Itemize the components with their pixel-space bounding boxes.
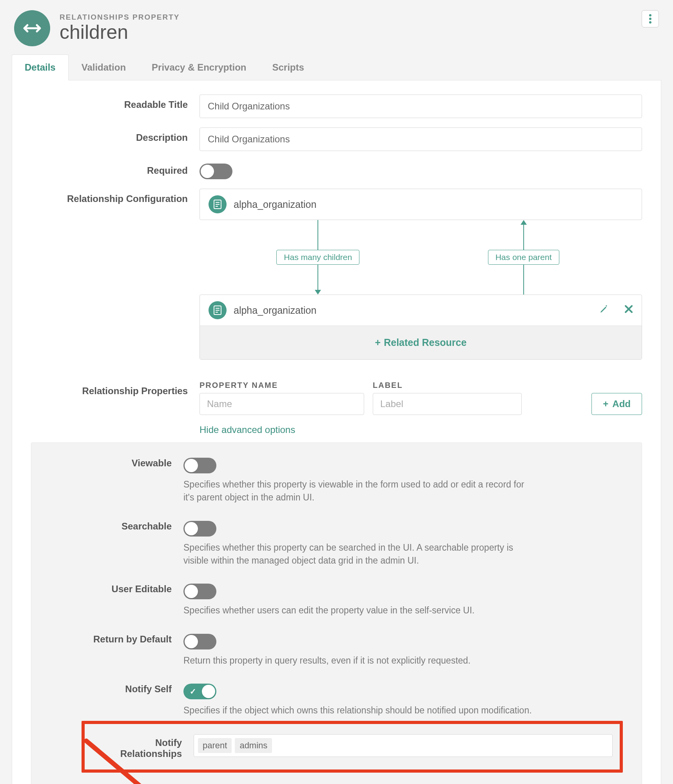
relationship-properties-label: Relationship Properties: [31, 381, 200, 397]
property-type-icon: [14, 10, 50, 46]
resource-icon: [209, 301, 227, 319]
notify-relationships-label: Notify Relationships: [92, 734, 194, 759]
notify-self-label: Notify Self: [50, 680, 183, 695]
tab-privacy-encryption[interactable]: Privacy & Encryption: [139, 55, 259, 80]
user-editable-toggle[interactable]: [183, 584, 216, 599]
property-label-input[interactable]: [373, 393, 522, 415]
readable-title-input[interactable]: [200, 95, 642, 118]
tag-parent[interactable]: parent: [198, 738, 232, 753]
tab-details[interactable]: Details: [12, 55, 69, 80]
has-many-label: Has many children: [276, 250, 359, 265]
searchable-help: Specifies whether this property can be s…: [183, 541, 536, 568]
svg-point-3: [649, 21, 651, 24]
close-icon: [624, 305, 633, 313]
svg-point-1: [649, 14, 651, 16]
return-by-default-label: Return by Default: [50, 631, 183, 645]
more-menu-button[interactable]: [642, 10, 659, 27]
viewable-toggle[interactable]: [183, 458, 216, 473]
tab-validation[interactable]: Validation: [69, 55, 139, 80]
target-resource-name: alpha_organization: [234, 305, 316, 316]
notify-self-help: Specifies if the object which owns this …: [183, 704, 536, 717]
property-name-input[interactable]: [200, 393, 364, 415]
return-by-default-toggle[interactable]: [183, 634, 216, 649]
page-title: children: [60, 21, 180, 44]
searchable-label: Searchable: [50, 518, 183, 532]
description-input[interactable]: [200, 127, 642, 151]
user-editable-help: Specifies whether users can edit the pro…: [183, 604, 536, 617]
add-property-label: Add: [612, 398, 631, 409]
property-name-header: PROPERTY NAME: [200, 381, 364, 390]
property-label-header: LABEL: [373, 381, 522, 390]
notify-relationships-input[interactable]: parent admins: [194, 734, 613, 757]
tabs: Details Validation Privacy & Encryption …: [12, 54, 661, 80]
target-resource-box: alpha_organization +Related Resource: [200, 295, 642, 360]
notify-relationships-highlight: Notify Relationships parent admins: [82, 721, 623, 773]
header-overline: RELATIONSHIPS PROPERTY: [60, 13, 180, 22]
source-resource-box: alpha_organization: [200, 189, 642, 220]
source-resource-name: alpha_organization: [234, 199, 316, 210]
plus-icon: +: [603, 398, 608, 409]
return-by-default-help: Return this property in query results, e…: [183, 654, 536, 667]
required-label: Required: [31, 160, 200, 176]
viewable-label: Viewable: [50, 455, 183, 469]
kebab-icon: [649, 14, 652, 24]
description-label: Description: [31, 127, 200, 143]
plus-icon: +: [375, 337, 381, 348]
pencil-icon: [599, 304, 609, 314]
user-editable-label: User Editable: [50, 580, 183, 595]
notify-self-toggle[interactable]: ✓: [183, 684, 216, 699]
tab-scripts[interactable]: Scripts: [259, 55, 317, 80]
searchable-toggle[interactable]: [183, 521, 216, 537]
add-property-button[interactable]: + Add: [591, 393, 642, 415]
resource-icon: [209, 195, 227, 213]
has-one-label: Has one parent: [488, 250, 559, 265]
add-related-resource-label: Related Resource: [384, 337, 466, 348]
readable-title-label: Readable Title: [31, 95, 200, 110]
viewable-help: Specifies whether this property is viewa…: [183, 478, 536, 504]
edit-resource-button[interactable]: [599, 304, 609, 316]
required-toggle[interactable]: [200, 164, 232, 179]
relationship-configuration-label: Relationship Configuration: [31, 189, 200, 204]
remove-resource-button[interactable]: [624, 305, 633, 316]
add-related-resource-button[interactable]: +Related Resource: [200, 326, 642, 359]
hide-advanced-options-link[interactable]: Hide advanced options: [200, 424, 295, 435]
svg-point-2: [649, 18, 651, 20]
tag-admins[interactable]: admins: [235, 738, 272, 753]
